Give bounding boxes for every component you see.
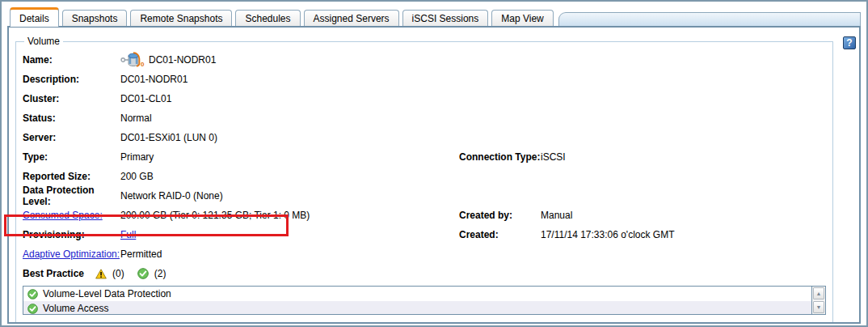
list-scrollbar[interactable]: ▲ ▼ bbox=[811, 287, 825, 314]
volume-group-box: Volume Name: 0 bbox=[15, 36, 833, 322]
created-value: 17/11/14 17:33:06 o'clock GMT bbox=[541, 229, 675, 240]
list-item-label: Volume Access bbox=[43, 303, 108, 314]
field-row-type: Type: Primary Connection Type: iSCSI bbox=[23, 147, 826, 167]
provisioning-value-wrap: Full bbox=[120, 229, 136, 240]
best-practice-list: Volume-Level Data Protection Volume Acce… bbox=[23, 286, 826, 315]
field-row-cluster: Cluster: DC01-CL01 bbox=[23, 89, 826, 108]
scroll-up-icon[interactable]: ▲ bbox=[813, 287, 824, 299]
consumed-space-link-wrap: Consumed Space: bbox=[23, 210, 120, 221]
field-row-description: Description: DC01-NODR01 bbox=[23, 70, 826, 89]
tab-strip-filler bbox=[558, 12, 861, 26]
best-practice-label: Best Practice bbox=[23, 268, 84, 279]
adaptive-optimization-link[interactable]: Adaptive Optimization: bbox=[23, 248, 120, 260]
ok-check-icon bbox=[27, 289, 38, 299]
tab-iscsi-sessions-label: iSCSI Sessions bbox=[412, 13, 479, 24]
field-row-server: Server: DC01-ESXi01 (LUN 0) bbox=[23, 128, 826, 147]
field-row-created-by: Created by: Manual bbox=[459, 206, 572, 225]
field-row-name: Name: 0 DC01-N bbox=[23, 50, 826, 70]
status-label: Status: bbox=[23, 113, 120, 124]
ok-check-icon bbox=[27, 304, 38, 314]
reported-size-label: Reported Size: bbox=[23, 171, 120, 182]
list-item[interactable]: Volume-Level Data Protection bbox=[23, 287, 811, 301]
type-value: Primary bbox=[120, 151, 154, 163]
field-row-consumed-space: Consumed Space: 200.00 GB (Tier 0: 121.3… bbox=[23, 206, 826, 225]
details-panel: ? Volume Name: bbox=[7, 26, 861, 324]
tab-assigned-servers-label: Assigned Servers bbox=[314, 13, 390, 24]
list-item-label: Volume-Level Data Protection bbox=[43, 288, 171, 299]
name-value-wrap: 0 DC01-NODR01 bbox=[120, 52, 216, 68]
list-item[interactable]: Volume Access bbox=[23, 301, 811, 315]
field-row-status: Status: Normal bbox=[23, 108, 826, 128]
server-label: Server: bbox=[23, 132, 120, 143]
cluster-label: Cluster: bbox=[23, 93, 120, 104]
tab-schedules-label: Schedules bbox=[245, 13, 290, 24]
description-label: Description: bbox=[23, 74, 120, 85]
reported-size-value: 200 GB bbox=[120, 171, 154, 182]
help-icon[interactable]: ? bbox=[843, 36, 856, 49]
application-window: Details Snapshots Remote Snapshots Sched… bbox=[0, 0, 868, 327]
tab-remote-snapshots[interactable]: Remote Snapshots bbox=[130, 10, 232, 26]
field-row-provisioning: Provisioning: Full Created: 17/11/14 17:… bbox=[23, 225, 826, 244]
description-value: DC01-NODR01 bbox=[120, 74, 188, 85]
name-label: Name: bbox=[23, 54, 120, 66]
tab-remote-snapshots-label: Remote Snapshots bbox=[140, 13, 222, 24]
tab-details[interactable]: Details bbox=[10, 7, 59, 27]
created-by-value: Manual bbox=[541, 210, 572, 221]
provisioning-label: Provisioning: bbox=[23, 229, 120, 240]
field-row-reported-size: Reported Size: 200 GB bbox=[23, 167, 826, 186]
volume-icon: 0 bbox=[120, 52, 145, 68]
tab-iscsi-sessions[interactable]: iSCSI Sessions bbox=[402, 10, 489, 26]
svg-text:0: 0 bbox=[141, 61, 145, 68]
type-label: Type: bbox=[23, 151, 120, 163]
tab-schedules[interactable]: Schedules bbox=[235, 10, 300, 26]
provisioning-value-link[interactable]: Full bbox=[120, 229, 136, 240]
name-value: DC01-NODR01 bbox=[149, 54, 216, 66]
consumed-space-value: 200.00 GB (Tier 0: 121.35 GB; Tier 1: 0 … bbox=[120, 210, 310, 221]
best-practice-summary: Best Practice (0) (2) bbox=[23, 264, 826, 283]
adaptive-optimization-link-wrap: Adaptive Optimization: bbox=[23, 248, 120, 260]
created-label: Created: bbox=[459, 229, 541, 240]
field-row-adaptive-optimization: Adaptive Optimization: Permitted bbox=[23, 244, 826, 264]
ok-check-icon bbox=[137, 268, 149, 279]
connection-type-value: iSCSI bbox=[541, 151, 566, 163]
consumed-space-link[interactable]: Consumed Space: bbox=[23, 210, 103, 221]
tab-assigned-servers[interactable]: Assigned Servers bbox=[304, 10, 399, 26]
warning-icon bbox=[95, 269, 107, 279]
tab-snapshots-label: Snapshots bbox=[72, 13, 118, 24]
field-row-connection-type: Connection Type: iSCSI bbox=[459, 147, 566, 167]
adaptive-optimization-value: Permitted bbox=[120, 248, 162, 260]
tab-details-label: Details bbox=[19, 13, 49, 24]
scroll-down-icon[interactable]: ▼ bbox=[813, 301, 824, 313]
created-by-label: Created by: bbox=[459, 210, 541, 221]
server-value: DC01-ESXi01 (LUN 0) bbox=[120, 132, 217, 143]
field-row-created: Created: 17/11/14 17:33:06 o'clock GMT bbox=[459, 225, 675, 244]
tab-snapshots[interactable]: Snapshots bbox=[62, 10, 128, 26]
best-practice-items: Volume-Level Data Protection Volume Acce… bbox=[23, 287, 811, 314]
tab-map-view[interactable]: Map View bbox=[491, 10, 553, 26]
data-protection-level-value: Network RAID-0 (None) bbox=[120, 190, 223, 202]
volume-group-title: Volume bbox=[24, 36, 63, 47]
ok-count: (2) bbox=[154, 268, 166, 279]
field-row-data-protection-level: Data Protection Level: Network RAID-0 (N… bbox=[23, 186, 826, 206]
warning-count: (0) bbox=[112, 268, 124, 279]
tab-bar: Details Snapshots Remote Snapshots Sched… bbox=[7, 6, 861, 26]
cluster-value: DC01-CL01 bbox=[120, 93, 171, 104]
data-protection-level-label: Data Protection Level: bbox=[23, 185, 120, 207]
tab-map-view-label: Map View bbox=[501, 13, 543, 24]
connection-type-label: Connection Type: bbox=[459, 151, 541, 163]
status-value: Normal bbox=[120, 113, 152, 124]
